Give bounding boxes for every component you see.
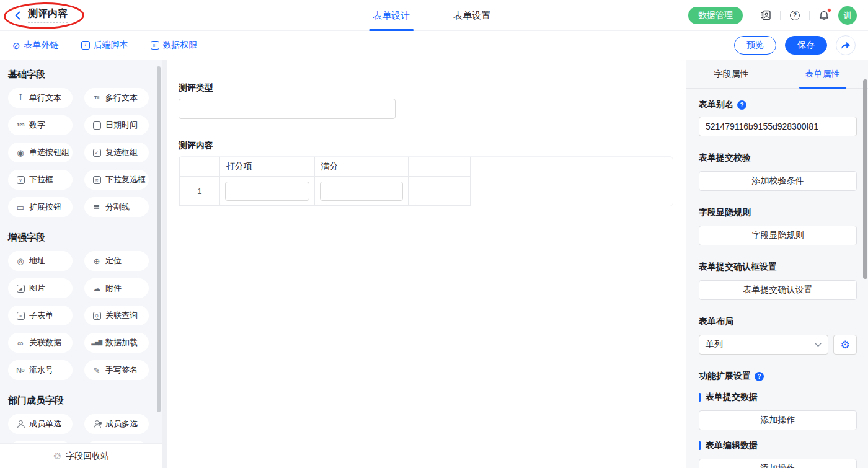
- sidebar-item-member-single[interactable]: 成员单选: [8, 414, 73, 434]
- sidebar-item-extend-button[interactable]: ▭扩展按钮: [8, 197, 73, 217]
- layout-select[interactable]: 单列: [699, 335, 828, 355]
- sidebar-item-serial-number[interactable]: №流水号: [8, 360, 73, 380]
- sidebar-item-multi-select[interactable]: ≋下拉复选框: [84, 170, 149, 190]
- linked-data-icon: ∞: [16, 339, 25, 347]
- full-score-input[interactable]: [320, 182, 404, 201]
- sidebar-item-divider-line[interactable]: ≣分割线: [84, 197, 149, 217]
- save-button[interactable]: 保存: [785, 36, 827, 55]
- toolbar-actions: 预览 保存: [734, 35, 856, 55]
- sidebar-item-single-line-text[interactable]: I单行文本: [8, 88, 73, 108]
- sidebar-item-checkbox-group[interactable]: ✓复选框组: [84, 143, 149, 162]
- sidebar-item-label: 复选框组: [105, 147, 138, 158]
- image-icon: ◢: [16, 285, 25, 293]
- field-recycle-bin[interactable]: ♲ 字段回收站: [0, 443, 162, 468]
- form-field-text[interactable]: 测评类型: [179, 82, 675, 119]
- submit-data-row: 表单提交数据: [699, 392, 857, 403]
- back-title-group: 测评内容: [0, 7, 68, 23]
- submit-confirm-button[interactable]: 表单提交确认设置: [699, 280, 857, 300]
- submit-validation-label: 表单提交校验: [699, 152, 857, 164]
- sidebar-item-signature[interactable]: ✎手写签名: [84, 360, 149, 380]
- bell-icon[interactable]: [818, 9, 830, 22]
- sidebar-item-multi-line-text[interactable]: T≡多行文本: [84, 88, 149, 108]
- tab-form-design[interactable]: 表单设计: [373, 0, 410, 31]
- sidebar-item-label: 成员单选: [29, 418, 61, 430]
- field-visibility-button[interactable]: 字段显隐规则: [699, 226, 857, 245]
- checkbox-group-icon: ✓: [92, 149, 102, 157]
- member-multi-icon: [92, 420, 102, 428]
- sidebar-item-radio-group[interactable]: ◉单选按钮组: [8, 143, 73, 162]
- address-icon: ◎: [16, 257, 25, 265]
- data-manage-button[interactable]: 数据管理: [688, 7, 743, 24]
- link-icon: ⊘: [12, 41, 20, 50]
- share-button[interactable]: [836, 35, 856, 55]
- sidebar-item-label: 数据加载: [105, 337, 138, 348]
- sidebar-item-address[interactable]: ◎地址: [8, 251, 73, 271]
- column-header: [180, 157, 220, 177]
- sidebar-item-member-multi[interactable]: 成员多选: [84, 414, 149, 434]
- sidebar-item-image[interactable]: ◢图片: [8, 278, 73, 298]
- top-bar: 测评内容 表单设计 表单设置 数据管理 ?: [0, 0, 868, 31]
- score-item-input[interactable]: [225, 182, 309, 201]
- question-badge-icon[interactable]: ?: [755, 372, 764, 381]
- serial-number-icon: №: [16, 366, 25, 374]
- address-book-icon[interactable]: [760, 9, 772, 22]
- sidebar-item-attachment[interactable]: ☁附件: [84, 278, 149, 298]
- field-visibility-label: 字段显隐规则: [699, 207, 857, 218]
- preview-button[interactable]: 预览: [734, 36, 776, 55]
- column-header: 满分: [314, 157, 409, 177]
- question-badge-icon[interactable]: ?: [737, 100, 746, 110]
- sidebar-item-label: 成员多选: [105, 418, 138, 430]
- form-alias-input[interactable]: [699, 117, 857, 136]
- sidebar-item-label: 单选按钮组: [29, 147, 69, 158]
- sidebar-item-select[interactable]: ∨下拉框: [8, 170, 73, 190]
- divider: [751, 11, 751, 20]
- recycle-bin-label: 字段回收站: [66, 451, 109, 462]
- sidebar-item-label: 下拉复选框: [105, 174, 146, 185]
- page-title[interactable]: 测评内容: [28, 7, 68, 23]
- edit-data-add-button[interactable]: 添加操作: [699, 459, 857, 468]
- sidebar-item-label: 分割线: [105, 201, 130, 213]
- sidebar-item-data-load[interactable]: ▂▅▇数据加载: [84, 333, 149, 353]
- extension-settings-row: 功能扩展设置 ?: [699, 371, 857, 382]
- tab-field-properties[interactable]: 字段属性: [686, 60, 777, 88]
- sidebar-item-datetime[interactable]: ∷日期时间: [84, 115, 149, 135]
- text-field-input[interactable]: [179, 99, 396, 119]
- back-icon[interactable]: [14, 11, 22, 20]
- number-icon: 123: [16, 123, 25, 128]
- subform-wrapper: 打分项 满分 1: [179, 156, 673, 206]
- avatar[interactable]: 训: [838, 6, 857, 25]
- sidebar-item-location[interactable]: ⊕定位: [84, 251, 149, 271]
- sidebar-item-label: 关联数据: [29, 337, 61, 348]
- properties-panel: 字段属性 表单属性 表单别名 ? 表单提交校验 添加校验条件 字段显隐规则 字段…: [686, 60, 868, 468]
- form-field-subform[interactable]: 测评内容 打分项 满分 1: [179, 140, 675, 206]
- add-validation-button[interactable]: 添加校验条件: [699, 171, 857, 191]
- layout-settings-button[interactable]: ⚙: [833, 335, 857, 355]
- permission-icon: |||: [151, 41, 159, 50]
- sidebar-item-subform[interactable]: ≡子表单: [8, 306, 73, 325]
- help-icon[interactable]: ?: [789, 9, 801, 22]
- external-link-button[interactable]: ⊘ 表单外链: [12, 40, 59, 51]
- edit-data-label: 表单编辑数据: [706, 440, 758, 451]
- sidebar-item-label: 日期时间: [105, 120, 138, 131]
- properties-tabs: 字段属性 表单属性: [686, 60, 868, 89]
- sidebar-item-linked-data[interactable]: ∞关联数据: [8, 333, 73, 353]
- form-alias-label: 表单别名: [699, 99, 733, 110]
- edit-data-row: 表单编辑数据: [699, 440, 857, 451]
- backend-script-label: 后端脚本: [94, 40, 128, 51]
- tab-form-settings[interactable]: 表单设置: [453, 0, 490, 31]
- sidebar-item-number[interactable]: 123数字: [8, 115, 73, 135]
- submit-data-add-button[interactable]: 添加操作: [699, 410, 857, 430]
- backend-script-button[interactable]: / 后端脚本: [81, 40, 128, 51]
- tab-form-properties[interactable]: 表单属性: [777, 60, 868, 88]
- body: 基础字段I单行文本T≡多行文本123数字∷日期时间◉单选按钮组✓复选框组∨下拉框…: [0, 60, 868, 468]
- score-item-cell: [219, 177, 314, 206]
- sidebar-item-linked-query[interactable]: Q关联查询: [84, 306, 149, 325]
- divider: [809, 11, 810, 20]
- external-link-label: 表单外链: [24, 40, 59, 51]
- sidebar-scrollbar[interactable]: [157, 66, 161, 412]
- sidebar-item-label: 数字: [29, 120, 45, 131]
- panel-scrollbar[interactable]: [863, 79, 867, 279]
- toolbar-links: ⊘ 表单外链 / 后端脚本 ||| 数据权限: [12, 40, 198, 51]
- data-permission-button[interactable]: ||| 数据权限: [151, 40, 198, 51]
- select-icon: ∨: [16, 176, 25, 184]
